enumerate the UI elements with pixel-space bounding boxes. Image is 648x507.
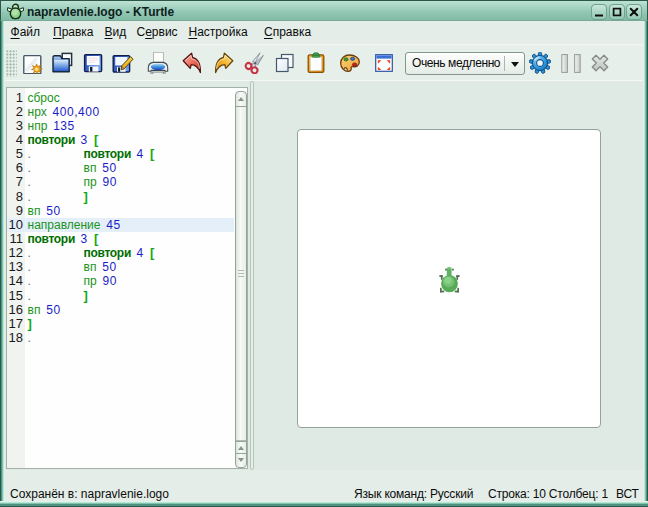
menu-view[interactable]: Вид: [105, 21, 127, 44]
print-button[interactable]: [147, 52, 169, 74]
titlebar[interactable]: napravlenie.logo - KTurtle: [0, 0, 648, 21]
line-number: 2: [7, 105, 23, 119]
statusbar: Сохранён в: napravlenie.logo Язык команд…: [5, 470, 643, 501]
tab-marker: .: [28, 190, 84, 204]
code-line-5[interactable]: 5.повтори 4 [: [7, 147, 234, 161]
code-text: направление 45: [28, 218, 121, 232]
turtle-canvas[interactable]: [297, 129, 601, 428]
abort-icon: [589, 52, 611, 74]
code-line-10[interactable]: 10направление 45: [7, 218, 234, 232]
code-line-11[interactable]: 11повтори 3 [: [7, 232, 234, 246]
line-number: 16: [7, 303, 23, 317]
abort-button[interactable]: [589, 52, 611, 74]
scroll-down-button[interactable]: [236, 453, 246, 467]
line-number: 9: [7, 204, 23, 218]
window-border-right: [643, 21, 648, 501]
code-text: .: [28, 331, 84, 345]
menu-help[interactable]: Справка: [264, 21, 311, 44]
color-picker-button[interactable]: [339, 52, 361, 74]
menu-settings[interactable]: Настройка: [189, 21, 248, 44]
code-line-15[interactable]: 15.]: [7, 289, 234, 303]
speed-select-value: Очень медленно: [412, 53, 500, 74]
code-line-13[interactable]: 13.вп 50: [7, 260, 234, 274]
print-icon: [147, 52, 169, 74]
kturtle-window: napravlenie.logo - KTurtle ФайлПравкаВид…: [0, 0, 648, 507]
code-text: вп 50: [28, 204, 61, 218]
tab-marker: .: [28, 289, 84, 303]
new-file-icon: [23, 52, 45, 74]
save-as-icon: [112, 52, 134, 74]
line-number: 4: [7, 133, 23, 147]
line-number: 10: [7, 218, 23, 232]
chevron-down-icon[interactable]: [511, 62, 519, 67]
code-line-18[interactable]: 18.: [7, 331, 234, 345]
code-line-7[interactable]: 7.пр 90: [7, 175, 234, 189]
open-file-button[interactable]: [52, 52, 74, 74]
close-button[interactable]: [626, 4, 642, 20]
cut-button[interactable]: [244, 52, 266, 74]
code-text: .вп 50: [28, 161, 117, 175]
line-number: 1: [7, 91, 23, 105]
window-title: napravlenie.logo - KTurtle: [27, 5, 174, 19]
scroll-up-button[interactable]: [236, 92, 246, 107]
tab-marker: .: [28, 331, 84, 345]
code-text: .пр 90: [28, 274, 117, 288]
arrow-up-icon: [238, 97, 244, 101]
line-number: 6: [7, 161, 23, 175]
pause-button[interactable]: [561, 52, 583, 74]
code-line-1[interactable]: 1сброс: [7, 91, 234, 105]
undo-icon: [182, 52, 204, 74]
minimize-icon: [592, 5, 606, 19]
menu-tools[interactable]: Сервис: [137, 21, 178, 44]
code-line-3[interactable]: 3нпр 135: [7, 119, 234, 133]
copy-button[interactable]: [274, 52, 296, 74]
maximize-button[interactable]: [609, 4, 625, 20]
minimize-button[interactable]: [591, 4, 607, 20]
code-text: .]: [28, 289, 88, 303]
tab-marker: .: [28, 260, 84, 274]
tab-marker: .: [28, 161, 84, 175]
fullscreen-button[interactable]: [373, 52, 395, 74]
main-area: 1сброс2нрх 400,4003нпр 1354повтори 3 [5.…: [5, 81, 643, 470]
window-border-left: [0, 21, 5, 501]
code-line-17[interactable]: 17]: [7, 317, 234, 331]
menu-edit[interactable]: Правка: [53, 21, 94, 44]
line-number: 7: [7, 175, 23, 189]
code-line-12[interactable]: 12.повтори 4 [: [7, 246, 234, 260]
fullscreen-icon: [373, 52, 395, 74]
code-line-6[interactable]: 6.вп 50: [7, 161, 234, 175]
save-file-button[interactable]: [82, 52, 104, 74]
speed-select[interactable]: Очень медленно: [405, 52, 525, 75]
code-line-16[interactable]: 16вп 50: [7, 303, 234, 317]
code-line-4[interactable]: 4повтори 3 [: [7, 133, 234, 147]
new-file-button[interactable]: [23, 52, 45, 74]
app-turtle-icon: [7, 3, 24, 20]
redo-button[interactable]: [212, 52, 234, 74]
code-editor[interactable]: 1сброс2нрх 400,4003нпр 1354повтори 3 [5.…: [6, 87, 248, 469]
code-line-2[interactable]: 2нрх 400,400: [7, 105, 234, 119]
paste-button[interactable]: [305, 52, 327, 74]
scrollbar-grip: [238, 270, 244, 279]
code-line-8[interactable]: 8.]: [7, 190, 234, 204]
save-as-button[interactable]: [112, 52, 134, 74]
code-text: нпр 135: [28, 119, 75, 133]
code-line-9[interactable]: 9вп 50: [7, 204, 234, 218]
run-button[interactable]: [529, 52, 551, 74]
line-number: 15: [7, 289, 23, 303]
line-number: 8: [7, 190, 23, 204]
editor-vertical-scrollbar[interactable]: [235, 91, 247, 468]
arrow-down-icon: [238, 458, 244, 462]
toolbar-drag-handle[interactable]: [6, 50, 17, 77]
turtle-icon: [439, 266, 460, 294]
maximize-icon: [610, 5, 624, 19]
code-line-14[interactable]: 14.пр 90: [7, 274, 234, 288]
menu-file[interactable]: Файл: [11, 21, 41, 44]
scrollbar-thumb[interactable]: [236, 107, 246, 441]
code-text: сброс: [28, 91, 60, 105]
status-cursor-position: Строка: 10 Столбец: 1: [488, 486, 608, 502]
undo-button[interactable]: [182, 52, 204, 74]
status-message: Сохранён в: napravlenie.logo: [10, 486, 169, 502]
code-text: .повтори 4 [: [28, 147, 155, 161]
line-number: 11: [7, 232, 23, 246]
line-number: 5: [7, 147, 23, 161]
